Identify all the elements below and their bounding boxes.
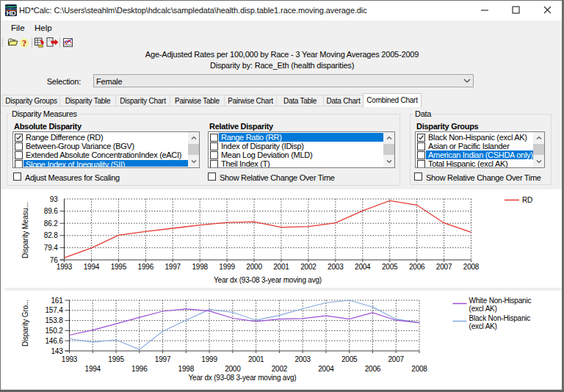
svg-text:2001: 2001 (248, 355, 264, 363)
svg-text:2004: 2004 (355, 263, 371, 271)
svg-text:2007: 2007 (388, 355, 405, 363)
svg-text:1993: 1993 (62, 355, 78, 363)
svg-text:2005: 2005 (382, 263, 398, 271)
svg-text:86.2: 86.2 (44, 219, 58, 228)
svg-text:(excl AK): (excl AK) (469, 305, 497, 313)
svg-text:2007: 2007 (436, 263, 452, 271)
svg-text:?: ? (22, 38, 26, 48)
svg-text:157.4: 157.4 (45, 306, 63, 314)
svg-text:89.6: 89.6 (44, 207, 58, 215)
svg-text:161: 161 (51, 297, 63, 305)
svg-text:1996: 1996 (138, 263, 154, 271)
svg-text:2008: 2008 (411, 365, 427, 373)
svg-text:2001: 2001 (273, 263, 289, 271)
svg-text:RD: RD (522, 196, 532, 204)
svg-text:Disparity Gro...: Disparity Gro... (21, 300, 29, 346)
svg-text:(excl AK): (excl AK) (469, 322, 497, 330)
svg-text:1996: 1996 (131, 365, 148, 373)
svg-text:2003: 2003 (294, 355, 311, 363)
svg-text:143: 143 (51, 347, 63, 355)
svg-text:2000: 2000 (225, 365, 241, 373)
svg-text:1999: 1999 (201, 355, 217, 363)
svg-text:82.8: 82.8 (44, 231, 58, 239)
svg-text:2002: 2002 (300, 263, 317, 271)
svg-text:Year dx (93-08 3-year moving a: Year dx (93-08 3-year moving avg) (189, 374, 297, 382)
svg-text:1999: 1999 (219, 263, 235, 271)
svg-text:1995: 1995 (111, 263, 127, 271)
svg-text:1998: 1998 (178, 365, 195, 373)
svg-text:146.6: 146.6 (45, 337, 63, 345)
svg-text:1994: 1994 (84, 263, 100, 271)
svg-text:2000: 2000 (246, 263, 262, 271)
svg-text:1997: 1997 (155, 355, 171, 363)
svg-text:79.4: 79.4 (44, 244, 58, 252)
svg-text:2004: 2004 (318, 365, 334, 373)
svg-text:2006: 2006 (409, 263, 425, 271)
svg-text:White Non-Hispanic: White Non-Hispanic (469, 297, 532, 305)
svg-text:1995: 1995 (108, 355, 124, 363)
svg-text:1998: 1998 (192, 263, 208, 271)
svg-text:Black Non-Hispanic: Black Non-Hispanic (469, 314, 531, 322)
svg-text:93: 93 (50, 195, 58, 203)
svg-text:153.8: 153.8 (45, 316, 63, 324)
svg-text:Disparity Measu...: Disparity Measu... (21, 203, 29, 258)
svg-text:2003: 2003 (328, 263, 344, 271)
svg-text:2005: 2005 (341, 355, 358, 363)
svg-text:2008: 2008 (463, 263, 480, 271)
svg-text:2006: 2006 (365, 365, 381, 373)
svg-text:1997: 1997 (165, 263, 181, 271)
svg-text:Year dx (93-08 3-year moving a: Year dx (93-08 3-year moving avg) (214, 276, 322, 284)
svg-text:150.2: 150.2 (45, 327, 63, 335)
svg-text:1994: 1994 (85, 365, 101, 373)
svg-text:2002: 2002 (272, 365, 288, 373)
svg-text:1993: 1993 (57, 263, 73, 271)
svg-text:HD: HD (6, 9, 16, 16)
